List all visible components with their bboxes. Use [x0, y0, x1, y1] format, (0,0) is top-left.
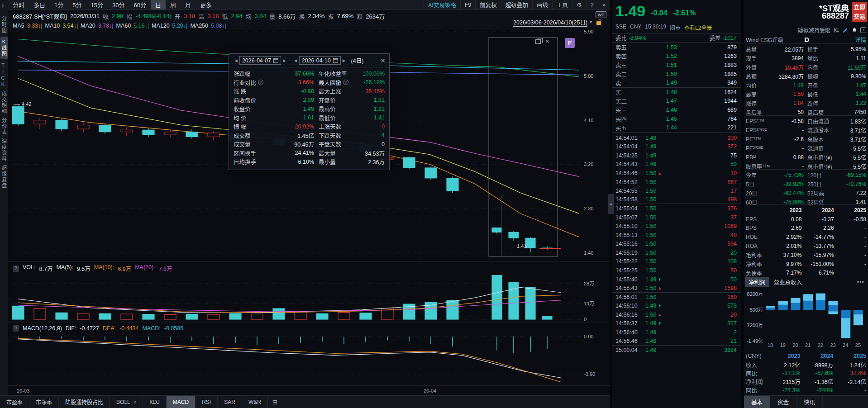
metric-value: 2.26	[801, 225, 834, 231]
order-book-row[interactable]: 买三1.46689	[612, 105, 741, 114]
strip-item-超级复盘[interactable]: 超级复盘	[0, 165, 8, 189]
indicator-tab-陆股通持股占比[interactable]: 陆股通持股占比	[59, 396, 110, 408]
fin-value: 37.4%	[833, 370, 866, 376]
help-icon[interactable]: ?	[13, 266, 19, 272]
trade-now-button[interactable]: 立即交易	[852, 2, 867, 22]
esg-detail-link[interactable]: 详情	[855, 35, 866, 44]
order-book-row[interactable]: 买二1.471944	[612, 97, 741, 106]
next-date-icon[interactable]: ▶	[343, 58, 346, 63]
profit-tab-营业总收入[interactable]: 营业总收入	[770, 277, 806, 287]
prev-date-icon[interactable]: ◀	[234, 58, 238, 63]
stat-value: 2.36万	[358, 157, 385, 166]
strip-item-TICK[interactable]: TICK	[0, 62, 6, 88]
strip-item-深度资料[interactable]: 深度资料	[0, 138, 8, 162]
strip-item-分价表[interactable]: 分价表	[0, 118, 8, 135]
order-book-row[interactable]: 买一1.481624	[612, 88, 741, 97]
strip-item-K线图[interactable]: K线图	[0, 37, 8, 59]
trade-time: 14:55:19	[615, 250, 645, 256]
order-book-row[interactable]: 买五1.44221	[612, 123, 741, 132]
more-icon[interactable]: •••	[857, 279, 864, 285]
trade-time: 14:56:40	[615, 329, 645, 336]
trade-volume: 20	[679, 312, 737, 318]
order-book-row[interactable]: 卖一1.49349	[612, 78, 741, 87]
close-icon[interactable]: ×	[134, 399, 136, 405]
level-label: 买一	[615, 88, 637, 96]
trade-volume: 20	[679, 250, 737, 256]
trade-time: 14:55:16	[615, 241, 645, 247]
stat-value: 7450	[837, 109, 866, 115]
panel-expand-handle[interactable]: »	[608, 194, 614, 214]
notice-row: 疑似减持受限 科 +	[795, 26, 866, 34]
stat-value: 7.22	[837, 190, 866, 196]
level-label: 卖三	[615, 61, 637, 69]
strip-item-分时图[interactable]: 分时图	[0, 16, 8, 33]
strip-item-成交明细[interactable]: 成交明细	[0, 91, 8, 114]
indicator-tab-市净率[interactable]: 市净率	[29, 396, 59, 408]
bell-icon[interactable]	[851, 27, 857, 33]
add-icon[interactable]: +	[860, 27, 866, 33]
metric-value: -151.00%	[801, 261, 834, 267]
indicator-tab-市盈率[interactable]: 市盈率	[0, 396, 29, 408]
stat-value: 35.46%	[358, 88, 385, 95]
trade-time: 14:55:22	[615, 258, 645, 265]
popup-stat-row: 均 价1.61最低价1.41	[234, 114, 385, 123]
order-book-row[interactable]: 卖三1.511883	[612, 61, 741, 70]
stat-label: 量比	[804, 54, 837, 62]
trade-time: 14:55:13	[615, 232, 645, 238]
footer-tab-基本[interactable]: 基本	[744, 396, 770, 408]
trade-time: 14:54:58	[615, 196, 645, 203]
close-icon[interactable]: ×	[545, 37, 549, 45]
close-icon[interactable]: ✕	[380, 57, 386, 64]
stat-label: 自由流通	[804, 117, 837, 125]
help-icon[interactable]: ?	[13, 325, 19, 332]
order-book-row[interactable]: 卖四1.521263	[612, 52, 741, 61]
year-header-row: 202320242025	[746, 206, 866, 215]
strip-expand-icon[interactable]: 》	[2, 2, 6, 9]
footer-tab-快讯[interactable]: 快讯	[796, 396, 823, 408]
vol-item: 6.9万	[118, 264, 131, 273]
svg-text:18: 18	[768, 342, 773, 348]
stat-label: 最高	[746, 90, 774, 98]
level-volume: 764	[677, 116, 737, 122]
trade-time: 14:54:25	[615, 152, 645, 159]
trade-volume: 1598	[679, 285, 737, 291]
metric-label: BPS	[746, 225, 769, 231]
order-book-row[interactable]: 卖二1.501885	[612, 70, 741, 79]
stat-value: 3.66%	[272, 79, 314, 85]
indicator-tab-W&R[interactable]: W&R	[242, 396, 268, 408]
end-date-picker[interactable]: 2026-04-10	[299, 56, 341, 65]
indicator-tab-SAR[interactable]: SAR	[218, 396, 242, 408]
stat-value: 0	[358, 141, 385, 147]
down-arrow-icon: ▼	[658, 304, 662, 308]
metric-label: ROE	[746, 234, 769, 240]
add-indicator-icon[interactable]: ⊞	[268, 396, 282, 408]
stat-value: 1.49	[774, 82, 804, 89]
profit-bar-chart[interactable]: 8200万500万-7200万-1.49亿1819202122232425	[744, 288, 868, 351]
prev-date-icon[interactable]: ◀	[294, 58, 297, 63]
tape-row: 14:55:071.5037	[612, 213, 741, 222]
indicator-tab-BOLL[interactable]: BOLL×	[110, 396, 143, 408]
svg-text:-7200万: -7200万	[745, 323, 763, 328]
next-date-icon[interactable]: ▶	[283, 58, 286, 63]
trade-time: 14:55:04	[615, 205, 645, 212]
indicator-tab-RSI[interactable]: RSI	[196, 396, 218, 408]
order-book-row[interactable]: 卖五1.53879	[612, 43, 741, 52]
start-date-picker[interactable]: 2026-04-07	[239, 56, 281, 65]
restore-window-icon[interactable]	[535, 39, 541, 44]
year-metric-row: BPS2.692.26-	[746, 224, 866, 233]
footer-tab-资金[interactable]: 资金	[770, 396, 796, 408]
year-label: 2025	[834, 207, 866, 213]
order-book-row[interactable]: 买四1.45764	[612, 114, 741, 123]
profit-tab-净利润[interactable]: 净利润	[745, 277, 769, 287]
fin-row: 同比-27.1%-57.6%37.4%	[746, 369, 866, 378]
level-volume: 349	[677, 80, 737, 86]
fin-label: 净利润	[746, 377, 768, 386]
performance-grid: 今年-75.73%120日-69.15%5日-39.92%250日-72.76%…	[746, 169, 866, 207]
edit-icon[interactable]	[842, 27, 848, 33]
stat-label: 跌停	[804, 100, 837, 107]
trade-time: 14:55:40	[615, 276, 645, 283]
indicator-tab-KDJ[interactable]: KDJ	[143, 396, 167, 408]
f-marker-badge[interactable]: F	[565, 38, 575, 48]
indicator-tab-MACD[interactable]: MACD	[167, 396, 196, 408]
l2-link[interactable]: 查看L2全景	[684, 24, 712, 31]
